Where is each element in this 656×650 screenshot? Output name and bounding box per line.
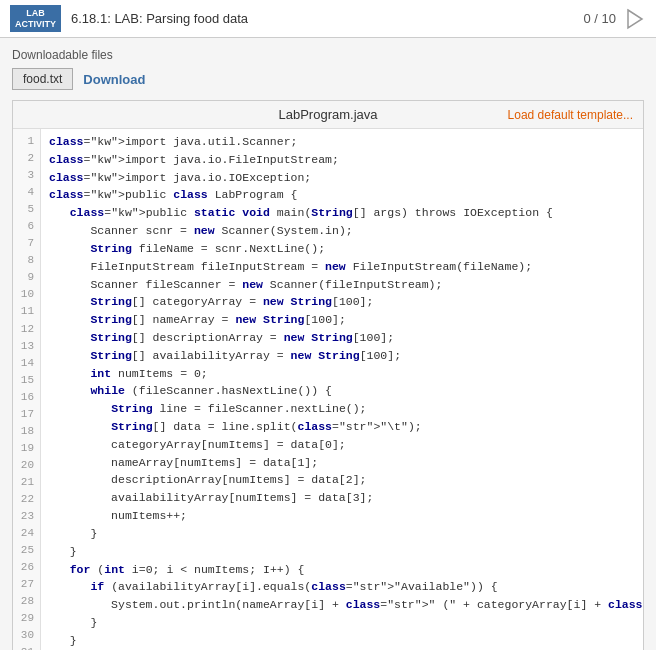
score-display: 0 / 10 <box>583 11 616 26</box>
code-editor: LabProgram.java Load default template...… <box>12 100 644 650</box>
lab-activity-badge: LAB ACTIVITY <box>10 5 61 33</box>
main-content: Downloadable files food.txt Download Lab… <box>0 38 656 650</box>
files-section-label: Downloadable files <box>12 48 644 62</box>
load-default-link[interactable]: Load default template... <box>508 108 633 122</box>
code-area[interactable]: 1234567891011121314151617181920212223242… <box>13 129 643 650</box>
header: LAB ACTIVITY 6.18.1: LAB: Parsing food d… <box>0 0 656 38</box>
flag-icon <box>624 8 646 30</box>
line-numbers: 1234567891011121314151617181920212223242… <box>13 129 41 650</box>
code-content[interactable]: class="kw">import java.util.Scanner;clas… <box>41 129 643 650</box>
code-editor-header: LabProgram.java Load default template... <box>13 101 643 129</box>
file-row: food.txt Download <box>12 68 644 90</box>
svg-marker-0 <box>628 10 642 28</box>
page-title: 6.18.1: LAB: Parsing food data <box>71 11 583 26</box>
editor-filename: LabProgram.java <box>279 107 378 122</box>
file-name-button[interactable]: food.txt <box>12 68 73 90</box>
download-link[interactable]: Download <box>83 72 145 87</box>
